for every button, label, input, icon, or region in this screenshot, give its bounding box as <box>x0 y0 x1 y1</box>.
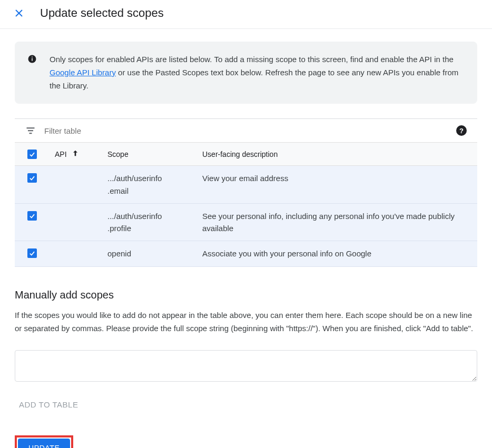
row-scope: openid <box>99 241 194 266</box>
row-description: View your email address <box>194 166 477 204</box>
page-title: Update selected scopes <box>40 6 164 20</box>
manual-scopes-title: Manually add scopes <box>15 289 477 301</box>
filter-bar: ? <box>15 118 477 142</box>
svg-rect-6 <box>28 130 33 131</box>
row-api <box>46 241 99 266</box>
filter-icon[interactable] <box>25 125 36 136</box>
row-description: See your personal info, including any pe… <box>194 203 477 241</box>
info-banner: Only scopes for enabled APIs are listed … <box>15 42 477 104</box>
description-column-header[interactable]: User-facing description <box>194 143 477 166</box>
row-api <box>46 203 99 241</box>
add-to-table-button[interactable]: ADD TO TABLE <box>15 395 82 414</box>
api-library-link[interactable]: Google API Library <box>50 68 116 77</box>
svg-rect-4 <box>32 57 33 58</box>
row-description: Associate you with your personal info on… <box>194 241 477 266</box>
table-header-row: API Scope User-facing description <box>15 143 477 166</box>
table-row: openidAssociate you with your personal i… <box>15 241 477 266</box>
table-row: .../auth/userinfo .emailView your email … <box>15 166 477 204</box>
row-checkbox[interactable] <box>27 248 37 258</box>
row-checkbox[interactable] <box>27 173 37 183</box>
info-text: Only scopes for enabled APIs are listed … <box>50 53 465 92</box>
api-header-label: API <box>55 150 67 158</box>
close-icon[interactable] <box>13 7 25 19</box>
scope-column-header[interactable]: Scope <box>99 143 194 166</box>
dialog-footer: UPDATE <box>15 435 477 449</box>
row-api <box>46 166 99 204</box>
svg-rect-7 <box>29 133 32 134</box>
row-checkbox[interactable] <box>27 211 37 221</box>
update-button[interactable]: UPDATE <box>18 439 70 449</box>
row-scope: .../auth/userinfo .profile <box>99 203 194 241</box>
svg-rect-5 <box>27 127 35 128</box>
scopes-table: API Scope User-facing description .../au… <box>15 142 477 266</box>
table-row: .../auth/userinfo .profileSee your perso… <box>15 203 477 241</box>
sort-ascending-icon <box>71 149 80 159</box>
manual-scopes-description: If the scopes you would like to add do n… <box>15 308 477 335</box>
manual-scopes-textarea[interactable] <box>15 350 477 382</box>
info-text-before: Only scopes for enabled APIs are listed … <box>50 55 454 64</box>
api-column-header[interactable]: API <box>55 149 91 159</box>
dialog-header: Update selected scopes <box>0 0 492 29</box>
select-all-checkbox[interactable] <box>27 150 37 159</box>
help-icon[interactable]: ? <box>456 125 467 136</box>
update-highlight-frame: UPDATE <box>15 435 73 449</box>
filter-input[interactable] <box>44 126 456 135</box>
info-icon <box>27 54 37 92</box>
row-scope: .../auth/userinfo .email <box>99 166 194 204</box>
svg-rect-3 <box>32 58 33 61</box>
